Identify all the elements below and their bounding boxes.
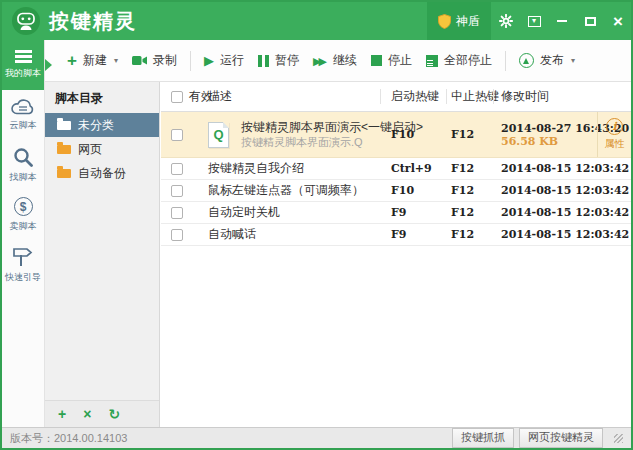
- status-bar: 版本号：2014.00.14103 按键抓抓 网页按键精灵: [2, 427, 631, 448]
- plus-icon: +: [67, 55, 77, 67]
- column-header-modified[interactable]: 修改时间: [501, 82, 549, 111]
- tray-icon: ▾: [528, 16, 541, 27]
- table-row[interactable]: 自动喊话 F9 F12 2014-08-15 12:03:42: [161, 224, 631, 246]
- web-quickmacro-button[interactable]: 网页按键精灵: [519, 428, 603, 448]
- new-script-button[interactable]: + 新建 ▾: [60, 47, 125, 74]
- publish-label: 发布: [540, 52, 564, 69]
- maximize-icon: [585, 17, 596, 26]
- camera-icon: [132, 55, 147, 66]
- table-row[interactable]: 鼠标左键连点器（可调频率） F10 F12 2014-08-15 12:03:4…: [161, 180, 631, 202]
- refresh-folders-button[interactable]: ↻: [108, 407, 120, 421]
- toolbar-divider: [190, 51, 191, 71]
- stop-button[interactable]: 停止: [364, 47, 419, 74]
- sidebar-item-label: 找脚本: [10, 171, 37, 184]
- run-label: 运行: [220, 52, 244, 69]
- folder-tools-bar: + × ↻: [45, 400, 159, 427]
- chevron-down-icon: ▾: [114, 56, 118, 65]
- column-divider: [380, 89, 381, 104]
- delete-folder-button[interactable]: ×: [83, 407, 91, 421]
- close-icon: ×: [613, 13, 623, 30]
- shield-status-button[interactable]: 神盾: [427, 2, 491, 40]
- pause-icon: [258, 55, 269, 67]
- table-row[interactable]: Q 按键精灵脚本界面演示<一键启动> 按键精灵脚本界面演示.Q F10 F12 …: [161, 112, 631, 158]
- record-label: 录制: [153, 52, 177, 69]
- row-checkbox[interactable]: [171, 185, 183, 197]
- start-hotkey: F9: [391, 224, 406, 245]
- close-button[interactable]: ×: [605, 2, 631, 40]
- minimize-icon: [557, 20, 567, 22]
- title-bar: 按键精灵 神盾 ▾: [2, 2, 631, 40]
- sidebar-item-label: 云脚本: [10, 119, 37, 132]
- resize-grip[interactable]: [614, 434, 623, 443]
- stop-all-label: 全部停止: [444, 52, 492, 69]
- row-checkbox[interactable]: [171, 229, 183, 241]
- script-directory-title: 脚本目录: [45, 82, 159, 113]
- start-hotkey: Ctrl+9: [391, 158, 432, 179]
- pause-label: 暂停: [275, 52, 299, 69]
- sidebar-item-label: 快速引导: [5, 271, 41, 284]
- script-directory-panel: 脚本目录 未分类 网页 自动备份 + × ↻: [45, 82, 160, 427]
- publish-button[interactable]: 发布 ▾: [512, 47, 582, 74]
- version-label: 版本号：2014.00.14103: [10, 431, 127, 446]
- row-checkbox[interactable]: [171, 207, 183, 219]
- resume-button[interactable]: ▶▶ 继续: [306, 47, 364, 74]
- sidebar-item-sell-scripts[interactable]: $ 卖脚本: [2, 190, 44, 240]
- column-header-start-hotkey[interactable]: 启动热键: [391, 82, 439, 111]
- search-icon: [13, 147, 33, 167]
- key-grab-button[interactable]: 按键抓抓: [452, 428, 514, 448]
- list-icon: [15, 50, 32, 63]
- titlebar-controls: 神盾 ▾: [427, 2, 631, 40]
- minimize-button[interactable]: [549, 2, 575, 40]
- stop-hotkey: F12: [451, 202, 474, 223]
- cloud-icon: [11, 98, 35, 115]
- main-toolbar: + 新建 ▾ 录制 ▶ 运行 暂停 ▶▶ 继续 停止: [45, 40, 631, 82]
- start-hotkey: F9: [391, 202, 406, 223]
- run-button[interactable]: ▶ 运行: [197, 47, 251, 74]
- table-row[interactable]: 自动定时关机 F9 F12 2014-08-15 12:03:42: [161, 202, 631, 224]
- app-logo-robot-icon: [12, 7, 40, 35]
- stop-icon: [371, 55, 382, 66]
- app-window: 按键精灵 神盾 ▾: [0, 0, 633, 450]
- script-title: 自动定时关机: [208, 202, 280, 223]
- properties-button[interactable]: i 属性: [597, 112, 631, 157]
- new-script-label: 新建: [83, 52, 107, 69]
- select-all-checkbox[interactable]: [171, 91, 183, 103]
- sidebar-item-find-scripts[interactable]: 找脚本: [2, 140, 44, 190]
- column-header-description[interactable]: 描述: [208, 82, 232, 111]
- modified-time: 2014-08-15 12:03:42: [501, 224, 629, 245]
- info-icon: i: [606, 118, 623, 135]
- table-row[interactable]: 按键精灵自我介绍 Ctrl+9 F12 2014-08-15 12:03:42: [161, 158, 631, 180]
- folder-item-auto-backup[interactable]: 自动备份: [45, 161, 159, 185]
- column-divider: [446, 89, 447, 104]
- dollar-icon: $: [14, 197, 33, 216]
- properties-label: 属性: [605, 137, 625, 151]
- add-folder-button[interactable]: +: [58, 407, 66, 421]
- column-header-stop-hotkey[interactable]: 中止热键: [451, 82, 499, 111]
- stop-all-icon: [426, 55, 438, 67]
- stop-hotkey: F12: [451, 112, 474, 157]
- modified-time: 2014-08-15 12:03:42: [501, 158, 629, 179]
- row-checkbox[interactable]: [171, 163, 183, 175]
- stop-all-button[interactable]: 全部停止: [419, 47, 499, 74]
- sidebar-item-quick-guide[interactable]: 快速引导: [2, 240, 44, 290]
- folder-icon: [57, 145, 71, 154]
- sidebar-item-my-scripts[interactable]: 我的脚本: [2, 40, 44, 90]
- sidebar-item-label: 卖脚本: [10, 220, 37, 233]
- minimize-to-tray-button[interactable]: ▾: [521, 2, 547, 40]
- folder-item-web[interactable]: 网页: [45, 137, 159, 161]
- settings-button[interactable]: [493, 2, 519, 40]
- table-header: 有效 描述 启动热键 中止热键 修改时间: [161, 82, 631, 112]
- folder-icon: [57, 169, 71, 178]
- play-icon: ▶: [204, 55, 214, 67]
- row-checkbox[interactable]: [171, 129, 183, 141]
- sidebar-item-cloud-scripts[interactable]: 云脚本: [2, 90, 44, 140]
- stop-hotkey: F12: [451, 158, 474, 179]
- record-button[interactable]: 录制: [125, 47, 184, 74]
- folder-icon: [57, 121, 71, 130]
- script-title: 鼠标左键连点器（可调频率）: [208, 180, 364, 201]
- start-hotkey: F10: [391, 180, 414, 201]
- folder-label: 未分类: [78, 117, 114, 134]
- folder-item-uncategorized[interactable]: 未分类: [45, 113, 159, 137]
- pause-button[interactable]: 暂停: [251, 47, 306, 74]
- maximize-button[interactable]: [577, 2, 603, 40]
